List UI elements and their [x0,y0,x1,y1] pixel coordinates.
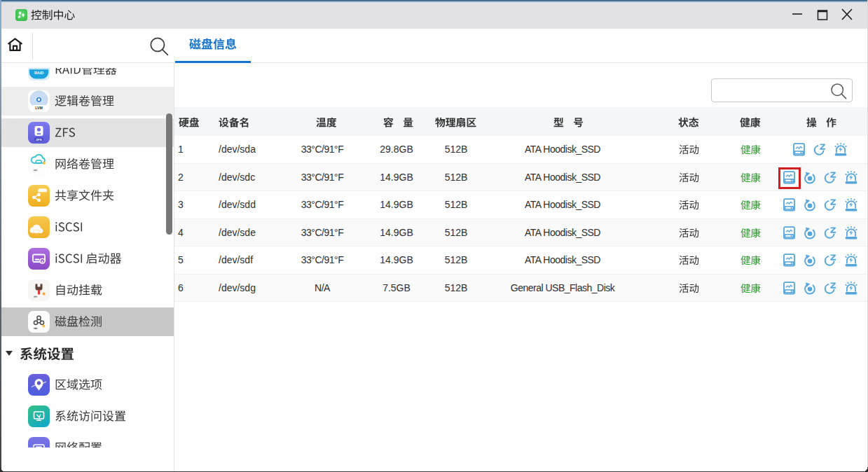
svg-text:ZFS: ZFS [36,137,41,141]
svg-text:LVM: LVM [35,106,43,110]
svg-text:x: x [41,258,43,263]
svg-text:RAID: RAID [34,71,43,75]
